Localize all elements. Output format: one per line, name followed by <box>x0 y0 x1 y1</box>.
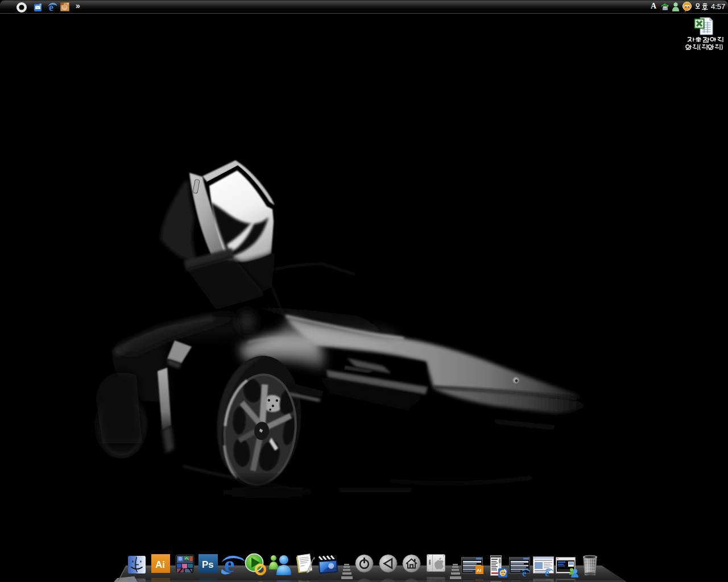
svg-text:Ps: Ps <box>202 559 214 570</box>
svg-text:Ai: Ai <box>477 568 481 573</box>
svg-text:Ai: Ai <box>155 559 165 570</box>
